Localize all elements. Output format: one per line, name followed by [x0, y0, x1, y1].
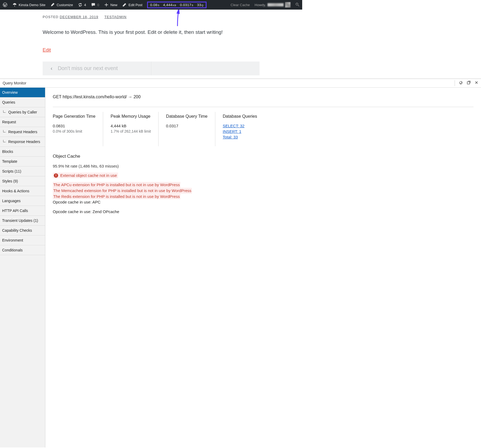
post-body: Welcome to WordPress. This is your first…	[43, 28, 260, 36]
next-event-box: ‹ Don't miss our next event	[43, 62, 260, 75]
new-link[interactable]: New	[104, 2, 117, 7]
edit-post-link[interactable]: Edit Post	[122, 2, 142, 7]
avatar	[285, 2, 290, 7]
wordpress-icon	[3, 2, 7, 7]
divider	[151, 62, 151, 75]
comments-link[interactable]: 0	[91, 2, 99, 7]
post-author-link[interactable]: TESTADMIN	[104, 15, 127, 19]
edit-link[interactable]: Edit	[43, 47, 51, 53]
search-icon[interactable]	[295, 2, 300, 7]
post-meta: POSTED DECEMBER 18, 2019 TESTADMIN	[43, 15, 260, 19]
svg-point-1	[296, 3, 298, 5]
meta-prefix: POSTED	[43, 15, 60, 19]
next-prev[interactable]: ‹ Don't miss our next event	[43, 65, 151, 71]
next-teaser: Don't miss our next event	[58, 65, 118, 71]
customize-link[interactable]: Customize	[50, 2, 73, 7]
chevron-left-icon: ‹	[51, 65, 52, 71]
updates-link[interactable]: 4	[78, 2, 86, 7]
qm-queries: 33Q	[197, 3, 204, 7]
qm-dbtime: 0.0317S	[180, 3, 193, 7]
plus-icon	[104, 2, 109, 7]
qm-memory: 4,444KB	[163, 3, 176, 7]
wp-logo[interactable]	[3, 2, 7, 7]
post-area: POSTED DECEMBER 18, 2019 TESTADMIN Welco…	[0, 10, 302, 75]
site-link[interactable]: Kinsta Demo Site	[12, 2, 45, 7]
qm-time: 0.08S	[150, 3, 159, 7]
howdy-label: Howdy,	[255, 3, 266, 7]
clear-cache-link[interactable]: Clear Cache	[231, 3, 250, 7]
pencil-icon	[122, 2, 127, 7]
customize-label: Customize	[56, 3, 73, 7]
comment-icon	[91, 2, 96, 7]
dashboard-icon	[12, 2, 17, 7]
brush-icon	[50, 2, 55, 7]
wp-admin-bar: Kinsta Demo Site Customize 4 0 New Edit …	[0, 0, 302, 10]
new-label: New	[110, 3, 117, 7]
refresh-icon	[78, 2, 83, 7]
howdy[interactable]: Howdy,	[255, 2, 290, 7]
updates-count: 4	[84, 3, 86, 7]
site-name: Kinsta Demo Site	[19, 3, 45, 7]
post-date-link[interactable]: DECEMBER 18, 2019	[60, 15, 98, 19]
edit-post-label: Edit Post	[128, 3, 142, 7]
user-name-blur	[268, 3, 284, 6]
qm-summary-box[interactable]: 0.08S 4,444KB 0.0317S 33Q	[147, 2, 206, 8]
comments-count: 0	[97, 3, 99, 7]
